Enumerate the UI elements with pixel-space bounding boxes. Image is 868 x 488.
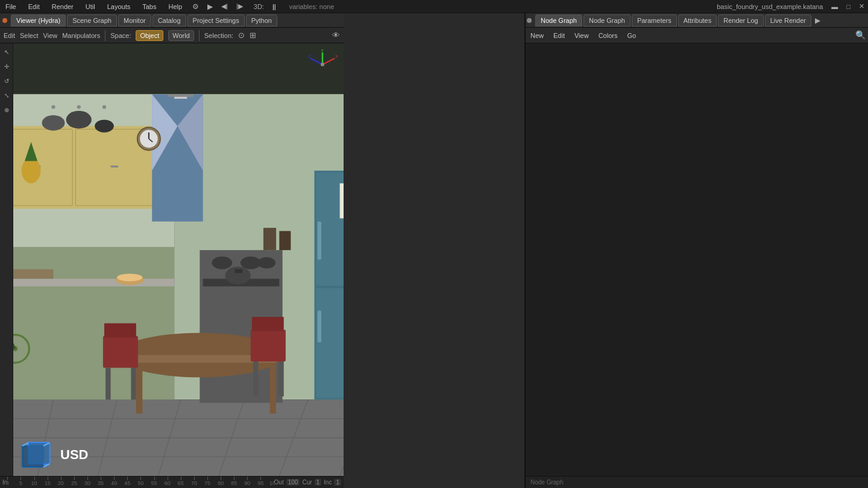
svg-rect-103 <box>28 443 49 464</box>
select-label[interactable]: Select <box>20 32 39 39</box>
variables-label: variables: none <box>289 3 335 10</box>
cur-value[interactable]: 1 <box>315 479 322 486</box>
menu-tabs[interactable]: Tabs <box>140 2 158 11</box>
cur-label: Cur <box>302 479 312 486</box>
tool-scale[interactable]: ⤡ <box>2 90 11 100</box>
tab-attributes[interactable]: Attributes <box>678 14 717 27</box>
tab-node-graph[interactable]: Node Graph <box>535 14 582 27</box>
scene-viewport-svg <box>13 43 344 476</box>
tab-viewer-hydra[interactable]: Viewer (Hydra) <box>11 14 66 27</box>
maximize-icon[interactable]: □ <box>846 3 851 10</box>
menu-edit[interactable]: Edit <box>27 2 42 11</box>
svg-rect-55 <box>270 363 277 413</box>
selection-label: Selection: <box>204 32 233 39</box>
svg-rect-30 <box>13 279 174 287</box>
svg-rect-23 <box>111 166 119 167</box>
out-value[interactable]: 100 <box>286 479 300 486</box>
inc-label: Inc <box>324 479 332 486</box>
svg-point-27 <box>42 115 65 130</box>
svg-rect-89 <box>279 231 291 250</box>
manipulators-label[interactable]: Manipulators <box>62 32 100 39</box>
tool-move[interactable]: ✛ <box>2 61 11 71</box>
svg-rect-57 <box>104 324 136 337</box>
menu-layouts[interactable]: Layouts <box>105 2 133 11</box>
tab-monitor[interactable]: Monitor <box>118 14 151 27</box>
play-render-icon[interactable]: ▶ <box>815 16 820 25</box>
svg-rect-81 <box>234 269 242 273</box>
svg-point-34 <box>212 257 232 269</box>
viewer-tab-bar: Viewer (Hydra) Scene Graph Monitor Catal… <box>0 13 344 28</box>
tab-live-render[interactable]: Live Render <box>765 14 811 27</box>
in-label: In <box>2 479 7 486</box>
svg-point-87 <box>117 274 142 281</box>
tab-catalog[interactable]: Catalog <box>153 14 186 27</box>
world-btn[interactable]: World <box>168 30 194 41</box>
ng-timeline: Node Graph <box>526 476 868 488</box>
viewport[interactable]: X Y Z USD <box>13 43 344 476</box>
tab-python[interactable]: Python <box>246 14 277 27</box>
timeline-ruler[interactable]: 0510152025303540455055606570758085909510… <box>7 477 274 488</box>
step-back-icon[interactable]: ◀| <box>221 2 228 10</box>
svg-text:Z: Z <box>308 54 311 59</box>
space-object-btn[interactable]: Object <box>136 30 163 41</box>
tab-scene-graph[interactable]: Scene Graph <box>67 14 117 27</box>
svg-point-25 <box>77 105 81 108</box>
menu-file[interactable]: File <box>4 2 18 11</box>
usd-logo: USD <box>19 440 88 470</box>
svg-rect-61 <box>252 317 284 331</box>
menu-render[interactable]: Render <box>50 2 75 11</box>
svg-point-99 <box>321 63 324 66</box>
node-graph-panel[interactable]: ⊆ ⊆ ⊆ ⊆ ⊆ ⊆ UsdInActivationSet <box>526 43 868 476</box>
ng-timeline-info: Node Graph <box>530 479 563 486</box>
viewport-gizmo: X Y Z <box>307 49 338 80</box>
svg-point-29 <box>95 120 114 133</box>
tool-select[interactable]: ↖ <box>2 47 11 57</box>
svg-rect-40 <box>318 222 321 260</box>
selection-icon-1[interactable]: ⊙ <box>238 31 245 40</box>
viewer-toolbar: Edit Select View Manipulators Space: Obj… <box>0 28 344 43</box>
tab-render-log[interactable]: Render Log <box>718 14 764 27</box>
svg-rect-39 <box>316 287 344 398</box>
tab-project-settings[interactable]: Project Settings <box>187 14 245 27</box>
selection-icon-2[interactable]: ⊞ <box>250 31 256 40</box>
space-label: Space: <box>110 32 131 39</box>
svg-rect-63 <box>278 361 283 396</box>
ng-colors-btn[interactable]: Colors <box>596 31 620 40</box>
tab-node-graph-2[interactable]: Node Graph <box>583 14 631 27</box>
node-graph-tab-bar: Node Graph Node Graph Parameters Attribu… <box>524 13 868 28</box>
step-forward-icon[interactable]: |▶ <box>236 2 243 10</box>
svg-line-93 <box>322 58 335 64</box>
svg-rect-60 <box>251 330 286 361</box>
toolbar-sep-2 <box>199 30 200 41</box>
eye-icon[interactable]: 👁 <box>332 31 340 40</box>
settings-icon[interactable]: ⚙ <box>192 2 199 11</box>
ng-new-btn[interactable]: New <box>528 31 546 40</box>
search-icon[interactable]: 🔍 <box>855 30 866 40</box>
menu-help[interactable]: Help <box>166 2 184 11</box>
svg-text:Y: Y <box>321 49 324 53</box>
svg-point-26 <box>102 105 106 108</box>
svg-rect-88 <box>263 228 276 250</box>
svg-rect-41 <box>318 310 321 342</box>
tool-transform[interactable]: ⊕ <box>2 105 11 114</box>
svg-rect-58 <box>105 368 110 400</box>
timeline-in-label: In <box>2 479 7 486</box>
view-label[interactable]: View <box>43 32 58 39</box>
svg-text:X: X <box>335 54 338 59</box>
out-label: Out <box>274 479 284 486</box>
menu-util[interactable]: Util <box>84 2 97 11</box>
svg-rect-54 <box>136 363 143 413</box>
edit-label[interactable]: Edit <box>4 32 15 39</box>
ng-view-btn[interactable]: View <box>572 31 591 40</box>
play-icon[interactable]: ▶ <box>207 2 213 11</box>
ng-edit-btn[interactable]: Edit <box>551 31 567 40</box>
ng-go-btn[interactable]: Go <box>624 31 638 40</box>
toolbar-sep-1 <box>105 30 105 41</box>
tab-parameters[interactable]: Parameters <box>632 14 677 27</box>
3d-toggle-btn[interactable]: || <box>272 3 276 10</box>
minimize-icon[interactable]: ▬ <box>831 3 838 10</box>
inc-value[interactable]: 1 <box>334 479 341 486</box>
close-icon[interactable]: ✕ <box>859 2 864 10</box>
3d-toggle-label: 3D: <box>254 3 264 10</box>
tool-rotate[interactable]: ↺ <box>2 76 11 86</box>
